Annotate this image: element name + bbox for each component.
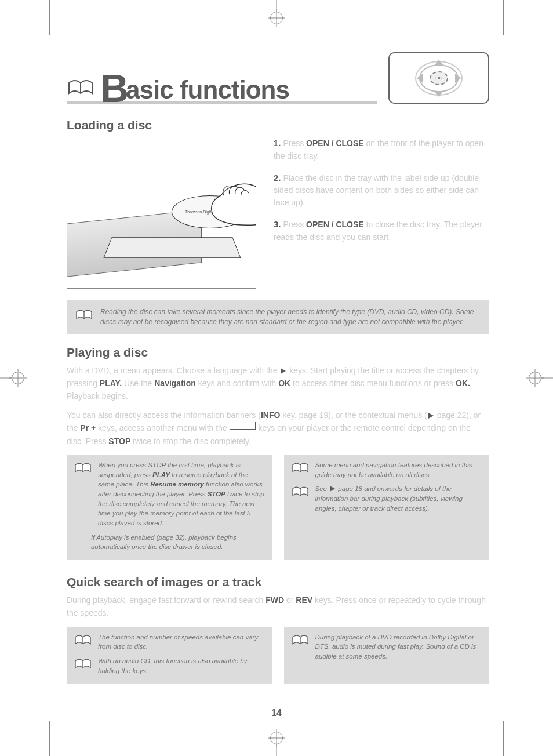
note-text: Reading the disc can take several moment… bbox=[100, 307, 481, 327]
heading-playing-disc: Playing a disc bbox=[67, 346, 489, 359]
book-icon bbox=[291, 460, 310, 475]
body-fragment: key, page 19), or the contextual menus ( bbox=[280, 410, 427, 420]
note-text: See page 18 and onwards for details of t… bbox=[315, 484, 483, 513]
playing-paragraph-1: With a DVD, a menu appears. Choose a lan… bbox=[67, 364, 489, 403]
crop-mark bbox=[49, 0, 50, 35]
body-fragment: With a DVD, a menu appears. Choose a lan… bbox=[67, 366, 279, 375]
keyword-stop: STOP bbox=[208, 490, 225, 497]
dpad-right-icon bbox=[455, 74, 461, 83]
note-box-resume: When you press STOP the first time, play… bbox=[67, 455, 272, 560]
note-box-speeds: The function and number of speeds availa… bbox=[67, 627, 272, 684]
dpad-left-icon bbox=[417, 74, 423, 83]
arrow-right-icon bbox=[330, 486, 335, 492]
key-shape-icon bbox=[230, 427, 256, 430]
keyword-navigation: Navigation bbox=[154, 379, 196, 388]
page-title: Basic functions bbox=[100, 69, 289, 103]
book-icon bbox=[67, 76, 94, 99]
note-box-audio-mute: During playback of a DVD recorded in Dol… bbox=[284, 627, 490, 684]
note-text: When you press STOP the first time, play… bbox=[98, 460, 265, 528]
title-wrap: Basic functions bbox=[67, 69, 377, 104]
body-fragment: or bbox=[284, 595, 296, 605]
page-number: 14 bbox=[271, 708, 282, 718]
book-icon bbox=[291, 484, 310, 499]
book-icon bbox=[74, 460, 92, 475]
body-fragment: twice to stop the disc completely. bbox=[130, 437, 251, 446]
book-icon bbox=[75, 307, 93, 322]
step-number: 3. bbox=[274, 219, 281, 229]
note-text: The function and number of speeds availa… bbox=[98, 633, 265, 652]
keyword-rev: REV bbox=[296, 595, 312, 605]
note-text: If Autoplay is enabled (page 32), playba… bbox=[91, 533, 265, 552]
keyword-fwd: FWD bbox=[265, 595, 284, 605]
keyword-open-close: OPEN / CLOSE bbox=[306, 139, 364, 148]
title-big-letter: B bbox=[100, 72, 128, 104]
keyword-pr-plus: Pr + bbox=[80, 423, 96, 432]
step-1: 1. Press OPEN / CLOSE on the front of th… bbox=[274, 137, 489, 162]
dpad-down-icon bbox=[434, 91, 443, 97]
loading-disc-illustration: Thomson Digital Video Disc bbox=[67, 137, 256, 289]
heading-quick-search: Quick search of images or a track bbox=[67, 575, 489, 589]
step-text: Place the disc in the tray with the labe… bbox=[274, 173, 479, 208]
step-number: 1. bbox=[274, 138, 281, 148]
note-text: Some menu and navigation features descri… bbox=[315, 460, 483, 479]
step-text: Press bbox=[283, 139, 306, 148]
note-box-disc-read: Reading the disc can take several moment… bbox=[67, 300, 489, 334]
body-fragment: keys and confirm with bbox=[196, 379, 278, 388]
body-fragment: Playback begins. bbox=[67, 391, 128, 401]
crop-mark bbox=[503, 721, 504, 756]
registration-icon bbox=[270, 732, 283, 744]
note-text: With an audio CD, this function is also … bbox=[98, 656, 265, 675]
book-icon bbox=[291, 633, 310, 648]
keyword-stop: STOP bbox=[108, 437, 130, 446]
registration-icon bbox=[529, 372, 541, 384]
dpad-up-icon bbox=[434, 60, 443, 66]
page-header: Basic functions OK bbox=[67, 52, 489, 104]
body-fragment: Use the bbox=[124, 379, 154, 388]
title-rest: asic functions bbox=[126, 75, 289, 104]
book-icon bbox=[74, 656, 92, 671]
body-fragment: During playback, engage fast forward or … bbox=[67, 595, 265, 605]
step-2: 2. Place the disc in the tray with the l… bbox=[274, 172, 489, 209]
remote-dpad-illustration: OK bbox=[388, 52, 489, 104]
arrow-right-icon bbox=[281, 368, 286, 374]
step-number: 2. bbox=[274, 173, 281, 183]
registration-icon bbox=[12, 372, 24, 384]
keyword-play: PLAY. bbox=[100, 379, 122, 388]
crop-mark bbox=[503, 0, 504, 35]
note-box-menu-features: Some menu and navigation features descri… bbox=[284, 455, 490, 560]
body-fragment: keys, access another menu with the bbox=[96, 423, 229, 432]
keyword-ok: OK. bbox=[456, 379, 470, 388]
quick-search-paragraph: During playback, engage fast forward or … bbox=[67, 594, 489, 620]
book-icon bbox=[74, 633, 92, 648]
step-text: Press bbox=[283, 220, 306, 229]
crop-mark bbox=[49, 721, 50, 756]
note-text: During playback of a DVD recorded in Dol… bbox=[315, 633, 483, 662]
keyword-ok: OK bbox=[278, 379, 290, 388]
step-3: 3. Press OPEN / CLOSE to close the disc … bbox=[274, 218, 489, 243]
keyword-resume-memory: Resume memory bbox=[150, 481, 204, 488]
registration-icon bbox=[270, 12, 283, 24]
body-fragment: to access other disc menu functions or p… bbox=[290, 379, 456, 388]
keyword-info: INFO bbox=[261, 410, 280, 420]
heading-loading-disc: Loading a disc bbox=[67, 118, 489, 132]
keyword-play: PLAY bbox=[152, 471, 170, 478]
playing-paragraph-2: You can also directly access the informa… bbox=[67, 409, 489, 448]
loading-steps: 1. Press OPEN / CLOSE on the front of th… bbox=[274, 137, 489, 289]
body-fragment: You can also directly access the informa… bbox=[67, 410, 261, 420]
dpad-ok-button: OK bbox=[430, 71, 448, 85]
arrow-right-icon bbox=[428, 413, 434, 419]
keyword-open-close: OPEN / CLOSE bbox=[306, 220, 364, 229]
